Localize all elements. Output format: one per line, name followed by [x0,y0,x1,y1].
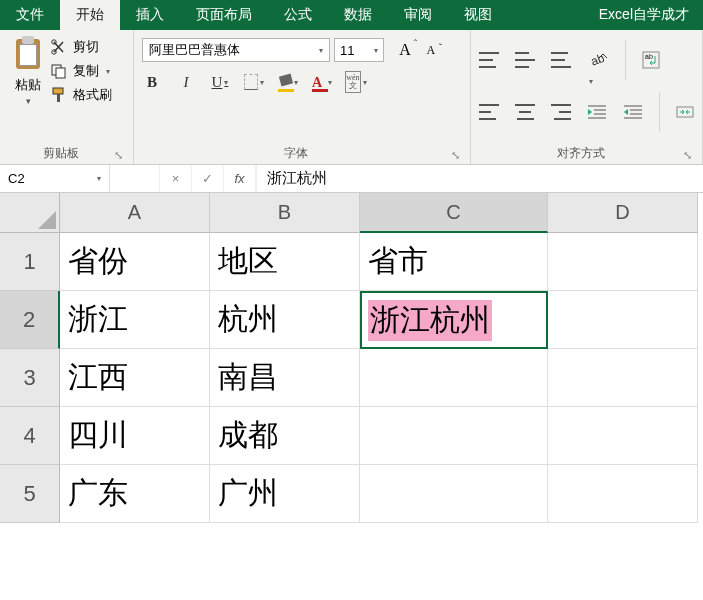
name-box-value: C2 [8,171,25,186]
formula-confirm-button[interactable]: ✓ [192,165,224,192]
chevron-down-icon: ▾ [224,78,228,87]
row-header-4[interactable]: 4 [0,407,60,465]
cell-B4[interactable]: 成都 [210,407,360,465]
tab-review[interactable]: 审阅 [388,0,448,30]
chevron-down-icon: ▾ [26,96,31,106]
col-header-C[interactable]: C [360,193,548,233]
italic-button[interactable]: I [176,72,196,92]
scissors-icon [50,39,68,55]
copy-icon [50,63,68,79]
align-bottom-button[interactable] [551,52,571,68]
tab-insert[interactable]: 插入 [120,0,180,30]
tab-data[interactable]: 数据 [328,0,388,30]
fill-color-button[interactable]: ▾ [278,72,298,92]
cell-C1[interactable]: 省市 [360,233,548,291]
cell-D4[interactable] [548,407,698,465]
font-size-value: 11 [340,43,354,58]
cell-A3[interactable]: 江西 [60,349,210,407]
cell-D5[interactable] [548,465,698,523]
decrease-indent-button[interactable] [587,104,607,120]
name-box[interactable]: C2 ▾ [0,165,110,192]
format-painter-button[interactable]: 格式刷 [50,86,112,104]
clipboard-icon [12,36,44,74]
border-button[interactable]: ▾ [244,72,264,92]
cell-D2[interactable] [548,291,698,349]
phonetic-button[interactable]: wén文▾ [346,72,366,92]
group-alignment: ab▾ ab 对齐方式 ⤡ [471,30,703,164]
cell-C4[interactable] [360,407,548,465]
tab-home[interactable]: 开始 [60,0,120,30]
decrease-font-button[interactable]: Aˇ [420,39,442,61]
cell-D3[interactable] [548,349,698,407]
phonetic-icon: wén文 [345,71,360,93]
formula-bar: C2 ▾ × ✓ fx 浙江杭州 [0,165,703,193]
cell-C3[interactable] [360,349,548,407]
header-right-link[interactable]: Excel自学成才 [585,0,703,30]
group-clipboard-label: 剪贴板 [8,143,114,162]
cell-B3[interactable]: 南昌 [210,349,360,407]
merge-center-button[interactable] [676,103,694,121]
brush-icon [50,87,68,103]
cell-B1[interactable]: 地区 [210,233,360,291]
increase-font-button[interactable]: Aˆ [394,39,416,61]
spreadsheet-grid: A B C D 1 省份 地区 省市 2 浙江 杭州 浙江杭州 3 江西 南昌 … [0,193,703,523]
cell-A1[interactable]: 省份 [60,233,210,291]
bold-button[interactable]: B [142,72,162,92]
tab-view[interactable]: 视图 [448,0,508,30]
chevron-down-icon: ▾ [319,46,323,55]
font-launcher[interactable]: ⤡ [451,149,462,162]
align-right-button[interactable] [551,104,571,120]
align-center-button[interactable] [515,104,535,120]
chevron-down-icon: ▾ [260,78,264,87]
cut-button[interactable]: 剪切 [50,38,112,56]
clipboard-launcher[interactable]: ⤡ [114,149,125,162]
tab-file[interactable]: 文件 [0,0,60,30]
cell-A2[interactable]: 浙江 [60,291,210,349]
font-size-select[interactable]: 11 ▾ [334,38,384,62]
group-clipboard: 粘贴 ▾ 剪切 复制 ▾ [0,30,134,164]
font-color-button[interactable]: A▾ [312,72,332,92]
align-middle-button[interactable] [515,52,535,68]
col-header-B[interactable]: B [210,193,360,233]
merge-icon [676,103,694,121]
format-painter-label: 格式刷 [73,86,112,104]
row-header-5[interactable]: 5 [0,465,60,523]
row-header-2[interactable]: 2 [0,291,60,349]
increase-indent-button[interactable] [623,104,643,120]
tab-page-layout[interactable]: 页面布局 [180,0,268,30]
copy-button[interactable]: 复制 ▾ [50,62,112,80]
cell-B2[interactable]: 杭州 [210,291,360,349]
svg-text:ab: ab [589,51,607,69]
cell-C5[interactable] [360,465,548,523]
svg-rect-3 [56,68,65,78]
cell-B5[interactable]: 广州 [210,465,360,523]
chevron-down-icon: ▾ [374,46,378,55]
paste-label: 粘贴 [15,76,41,94]
insert-function-button[interactable]: fx [224,165,256,192]
orientation-button[interactable]: ab▾ [587,50,609,70]
cell-A4[interactable]: 四川 [60,407,210,465]
wrap-text-button[interactable]: ab [642,51,660,69]
col-header-A[interactable]: A [60,193,210,233]
align-left-button[interactable] [479,104,499,120]
row-header-3[interactable]: 3 [0,349,60,407]
tab-formulas[interactable]: 公式 [268,0,328,30]
ribbon: 粘贴 ▾ 剪切 复制 ▾ [0,30,703,165]
align-top-button[interactable] [479,52,499,68]
row-header-1[interactable]: 1 [0,233,60,291]
copy-label: 复制 [73,62,99,80]
paste-button[interactable]: 粘贴 ▾ [8,34,48,143]
cell-A5[interactable]: 广东 [60,465,210,523]
alignment-launcher[interactable]: ⤡ [683,149,694,162]
formula-cancel-button[interactable]: × [160,165,192,192]
cell-C2[interactable]: 浙江杭州 [360,291,548,349]
underline-button[interactable]: U▾ [210,72,230,92]
chevron-down-icon: ▾ [363,78,367,87]
chevron-down-icon: ▾ [328,78,332,87]
font-name-select[interactable]: 阿里巴巴普惠体 ▾ [142,38,330,62]
cell-D1[interactable] [548,233,698,291]
formula-input[interactable]: 浙江杭州 [257,165,703,192]
col-header-D[interactable]: D [548,193,698,233]
select-all-corner[interactable] [0,193,60,233]
cell-C2-value: 浙江杭州 [368,300,492,341]
